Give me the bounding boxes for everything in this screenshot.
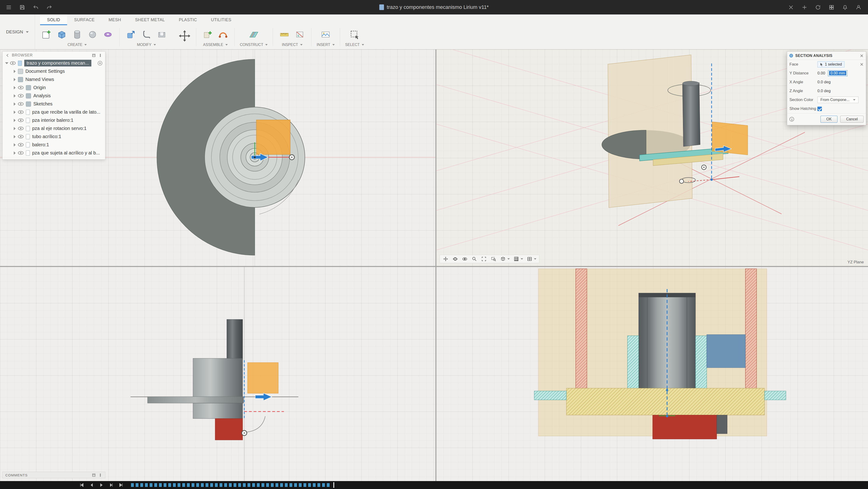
redo-icon[interactable] bbox=[46, 4, 53, 11]
visibility-eye-icon[interactable] bbox=[18, 127, 24, 130]
tree-item-analysis[interactable]: Analysis bbox=[3, 92, 105, 100]
dock-panel-icon[interactable] bbox=[92, 53, 96, 57]
selected-face-orange[interactable] bbox=[256, 120, 290, 154]
expand-icon[interactable] bbox=[14, 78, 16, 81]
expand-icon[interactable] bbox=[14, 103, 16, 106]
zoom-icon[interactable] bbox=[471, 256, 477, 262]
add-icon[interactable] bbox=[801, 4, 808, 11]
assemble-menu[interactable]: ASSEMBLE bbox=[203, 43, 227, 47]
info-icon[interactable] bbox=[789, 117, 794, 121]
torus-icon[interactable] bbox=[102, 28, 114, 41]
skip-to-start-icon[interactable] bbox=[79, 483, 84, 488]
expand-icon[interactable] bbox=[5, 62, 8, 64]
tree-item-origin[interactable]: Origin bbox=[3, 84, 105, 92]
cylinder-3d[interactable] bbox=[682, 83, 700, 146]
notifications-icon[interactable] bbox=[841, 4, 848, 11]
create-sketch-icon[interactable] bbox=[40, 28, 53, 41]
look-at-icon[interactable] bbox=[462, 256, 468, 262]
root-component-label[interactable]: trazo y componentes mecan... bbox=[24, 60, 91, 66]
x-angle-value[interactable]: 0.0 deg bbox=[817, 80, 831, 84]
show-hatching-checkbox[interactable] bbox=[817, 107, 822, 111]
clear-selection-icon[interactable] bbox=[860, 62, 864, 66]
body-cylinder[interactable] bbox=[193, 358, 243, 397]
account-icon[interactable] bbox=[855, 4, 862, 11]
timeline-feature-markers[interactable] bbox=[131, 483, 332, 487]
step-forward-icon[interactable] bbox=[108, 483, 114, 488]
visibility-eye-icon[interactable] bbox=[18, 118, 24, 122]
section-hatch-teal-right[interactable] bbox=[695, 336, 707, 390]
refresh-icon[interactable] bbox=[814, 4, 822, 11]
dialog-header[interactable]: SECTION ANALYSIS bbox=[787, 52, 866, 60]
comments-panel[interactable]: COMMENTS bbox=[2, 472, 105, 478]
tab-mesh[interactable]: MESH bbox=[102, 15, 128, 25]
press-pull-icon[interactable] bbox=[125, 28, 137, 41]
tree-item-component-5[interactable]: balero:1 bbox=[3, 141, 105, 149]
move-icon[interactable] bbox=[178, 30, 191, 42]
cancel-button[interactable]: Cancel bbox=[840, 116, 864, 123]
tree-item-component-2[interactable]: pza interior balero:1 bbox=[3, 116, 105, 124]
tree-item-sketches[interactable]: Sketches bbox=[3, 100, 105, 108]
display-settings-dropdown[interactable] bbox=[500, 256, 510, 262]
cylinder-icon[interactable] bbox=[71, 28, 84, 41]
skip-to-end-icon[interactable] bbox=[118, 483, 124, 488]
tree-item-document-settings[interactable]: Document Settings bbox=[3, 67, 105, 75]
undo-icon[interactable] bbox=[32, 4, 39, 11]
section-color-select[interactable]: From Compone... bbox=[817, 96, 859, 103]
visibility-eye-icon[interactable] bbox=[18, 102, 24, 106]
section-hatch-red-left[interactable] bbox=[576, 269, 587, 390]
fit-icon[interactable] bbox=[481, 256, 487, 262]
z-angle-value[interactable]: 0.0 deg bbox=[817, 89, 831, 93]
modify-menu[interactable]: MODIFY bbox=[137, 43, 156, 47]
visibility-eye-icon[interactable] bbox=[18, 110, 24, 114]
grid-settings-dropdown[interactable] bbox=[513, 256, 523, 262]
section-analysis-icon[interactable] bbox=[293, 28, 306, 41]
tree-item-component-1[interactable]: pza que recibe la varilla de lato... bbox=[3, 108, 105, 116]
visibility-eye-icon[interactable] bbox=[10, 61, 16, 65]
section-plane[interactable] bbox=[608, 55, 692, 208]
viewport-divider-vertical[interactable] bbox=[435, 50, 436, 481]
expand-icon[interactable] bbox=[14, 151, 16, 155]
section-teal-strip-right[interactable] bbox=[765, 391, 786, 400]
select-menu[interactable]: SELECT bbox=[345, 43, 364, 47]
expand-icon[interactable] bbox=[14, 70, 16, 73]
flange[interactable] bbox=[148, 397, 244, 403]
fillet-icon[interactable] bbox=[140, 28, 153, 41]
section-hatch-red-right[interactable] bbox=[745, 269, 756, 390]
collapse-panel-icon[interactable] bbox=[5, 53, 9, 57]
section-hatch-teal-left[interactable] bbox=[627, 336, 639, 390]
tab-utilities[interactable]: UTILITIES bbox=[204, 15, 239, 25]
dialog-close-icon[interactable] bbox=[860, 54, 864, 58]
viewport-section-view[interactable] bbox=[436, 267, 868, 481]
expand-icon[interactable] bbox=[14, 127, 16, 130]
save-icon[interactable] bbox=[19, 4, 26, 11]
tab-surface[interactable]: SURFACE bbox=[67, 15, 102, 25]
section-blue-component[interactable] bbox=[707, 335, 745, 368]
select-icon[interactable] bbox=[348, 28, 361, 41]
visibility-eye-icon[interactable] bbox=[18, 86, 24, 89]
tab-plastic[interactable]: PLASTIC bbox=[172, 15, 204, 25]
new-component-icon[interactable] bbox=[202, 28, 214, 41]
orbit-icon[interactable] bbox=[452, 256, 458, 262]
expand-icon[interactable] bbox=[14, 94, 16, 97]
play-icon[interactable] bbox=[99, 483, 104, 488]
front-view-scene[interactable] bbox=[0, 267, 435, 481]
viewports-dropdown[interactable] bbox=[527, 256, 536, 262]
tab-sheet-metal[interactable]: SHEET METAL bbox=[128, 15, 172, 25]
inspect-menu[interactable]: INSPECT bbox=[282, 43, 302, 47]
visibility-eye-icon[interactable] bbox=[18, 143, 24, 146]
visibility-eye-icon[interactable] bbox=[18, 94, 24, 97]
expand-icon[interactable] bbox=[14, 111, 16, 114]
face-selection-chip[interactable]: 1 selected bbox=[817, 61, 844, 67]
close-icon[interactable] bbox=[787, 4, 794, 11]
expand-icon[interactable] bbox=[14, 135, 16, 138]
visibility-eye-icon[interactable] bbox=[18, 151, 24, 155]
shaft-cylinder[interactable] bbox=[227, 319, 243, 359]
red-component[interactable] bbox=[215, 419, 243, 440]
section-hatch-yellow-band[interactable] bbox=[566, 388, 765, 415]
zoom-window-icon[interactable] bbox=[490, 256, 496, 262]
expand-icon[interactable] bbox=[14, 143, 16, 146]
y-distance-input[interactable]: 0.00 mm bbox=[828, 70, 847, 76]
joint-icon[interactable] bbox=[217, 28, 229, 41]
panel-options-icon[interactable] bbox=[98, 53, 102, 57]
tree-item-component-4[interactable]: tubo acrílico:1 bbox=[3, 133, 105, 141]
